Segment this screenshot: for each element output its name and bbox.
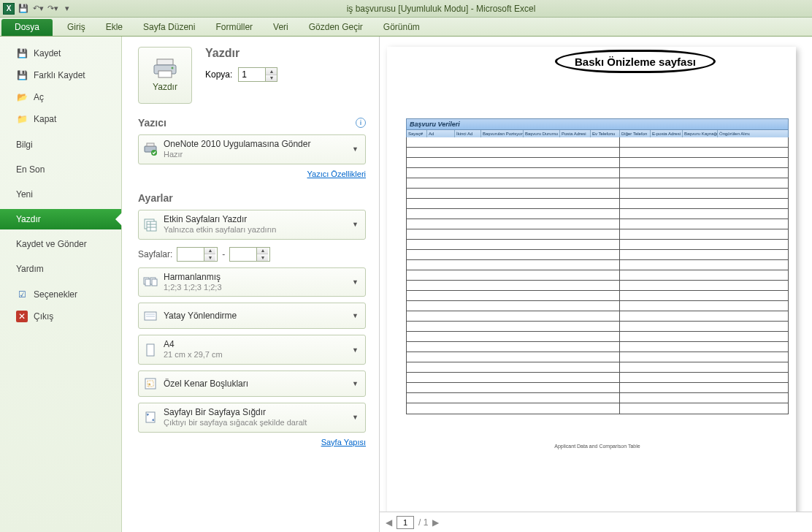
- tab-home[interactable]: Giriş: [57, 19, 96, 36]
- sidebar-item-label: Farklı Kaydet: [34, 70, 85, 80]
- collate-combo[interactable]: Harmanlanmış1;2;3 1;2;3 1;2;3 ▼: [138, 267, 366, 297]
- margins-icon: ★: [143, 376, 158, 391]
- table-row: [407, 189, 788, 199]
- sidebar-item-label: Yazdır: [16, 214, 41, 224]
- sidebar-item-recent[interactable]: En Son: [0, 159, 121, 180]
- redo-icon[interactable]: ↷▾: [47, 3, 58, 15]
- qat-customize-icon[interactable]: ▾: [61, 3, 73, 15]
- sidebar-item-label: Kaydet ve Gönder: [16, 239, 87, 249]
- table-row: [407, 250, 788, 260]
- next-page-icon[interactable]: ▶: [432, 517, 439, 528]
- sidebar-item-exit[interactable]: ✕Çıkış: [0, 305, 121, 327]
- table-row: [407, 373, 788, 383]
- quick-access-toolbar: X 💾 ↶▾ ↷▾ ▾: [3, 3, 73, 15]
- sidebar-item-close[interactable]: 📁Kapat: [0, 108, 121, 130]
- printer-status: Hazır: [164, 150, 344, 160]
- sidebar-item-label: Yardım: [16, 264, 44, 274]
- collate-icon: [143, 275, 158, 289]
- folder-open-icon: 📂: [16, 91, 28, 103]
- col-header: E-posta Adresi: [651, 130, 683, 137]
- svg-rect-13: [145, 279, 150, 286]
- sidebar-item-new[interactable]: Yeni: [0, 184, 121, 205]
- table-row: [407, 178, 788, 189]
- collate-title: Harmanlanmış: [164, 272, 344, 283]
- sidebar-item-print[interactable]: Yazdır: [0, 209, 121, 229]
- pages-from-spinner[interactable]: ▲▼: [177, 247, 218, 262]
- undo-icon[interactable]: ↶▾: [32, 3, 44, 15]
- col-header: Başvurulan Pozisyon: [481, 130, 524, 137]
- table-row: [407, 219, 788, 229]
- table-body: [406, 137, 789, 414]
- table-row: [407, 342, 788, 352]
- copies-spinner[interactable]: ▲▼: [238, 67, 277, 82]
- current-page-input[interactable]: [397, 516, 414, 529]
- sidebar-item-label: Yeni: [16, 189, 33, 200]
- table-row: [407, 383, 788, 393]
- pages-to-spinner[interactable]: ▲▼: [229, 247, 270, 262]
- sidebar-item-saveas[interactable]: 💾Farklı Kaydet: [0, 64, 121, 86]
- tab-insert[interactable]: Ekle: [96, 19, 133, 36]
- sidebar-item-options[interactable]: ☑Seçenekler: [0, 284, 121, 305]
- options-icon: ☑: [16, 289, 28, 300]
- paper-combo[interactable]: A421 cm x 29,7 cm ▼: [138, 335, 366, 365]
- tab-view[interactable]: Görünüm: [373, 19, 430, 36]
- pages-label: Sayfalar:: [138, 249, 172, 259]
- spinner-up-icon[interactable]: ▲: [204, 248, 215, 255]
- sidebar-item-open[interactable]: 📂Aç: [0, 86, 121, 108]
- sidebar-item-save-send[interactable]: Kaydet ve Gönder: [0, 234, 121, 254]
- table-row: [407, 281, 788, 291]
- page-total: / 1: [418, 517, 428, 528]
- orientation-combo[interactable]: Yatay Yönlendirme ▼: [138, 303, 366, 329]
- prev-page-icon[interactable]: ◀: [386, 517, 392, 528]
- table-row: [407, 240, 788, 250]
- excel-logo-icon[interactable]: X: [3, 3, 15, 15]
- table-row: [407, 403, 788, 414]
- tab-data[interactable]: Veri: [263, 19, 299, 36]
- printer-properties-link[interactable]: Yazıcı Özellikleri: [307, 170, 366, 178]
- table-row: [407, 209, 788, 219]
- page-setup-link[interactable]: Sayfa Yapısı: [321, 438, 366, 446]
- printer-combo[interactable]: OneNote 2010 Uygulamasına GönderHazır ▼: [138, 134, 366, 164]
- print-what-combo[interactable]: Etkin Sayfaları YazdırYalnızca etkin say…: [138, 210, 366, 240]
- scaling-combo[interactable]: Sayfayı Bir Sayfaya SığdırÇıktıyı bir sa…: [138, 403, 366, 433]
- table-header: Sayaç#Adİkinci AdBaşvurulan PozisyonBaşv…: [406, 130, 789, 137]
- copies-input[interactable]: [239, 68, 265, 81]
- chevron-down-icon: ▼: [350, 346, 361, 354]
- title-bar: X 💾 ↶▾ ↷▾ ▾ iş başvurusu [Uyumluluk Modu…: [0, 0, 812, 18]
- spinner-down-icon[interactable]: ▼: [257, 254, 268, 261]
- sidebar-item-label: Seçenekler: [34, 289, 77, 300]
- settings-heading: Ayarlar: [138, 192, 173, 204]
- pages-to-label: -: [222, 249, 225, 259]
- print-what-title: Etkin Sayfaları Yazdır: [164, 214, 344, 225]
- pages-from-input[interactable]: [177, 248, 204, 261]
- tab-page-layout[interactable]: Sayfa Düzeni: [133, 19, 205, 36]
- info-icon[interactable]: i: [356, 118, 366, 128]
- save-icon[interactable]: 💾: [18, 3, 29, 15]
- svg-text:★: ★: [148, 382, 151, 387]
- svg-rect-0: [157, 59, 173, 65]
- chevron-down-icon: ▼: [350, 414, 361, 421]
- table-row: [407, 199, 788, 209]
- col-header: İkinci Ad: [455, 130, 481, 137]
- spinner-down-icon[interactable]: ▼: [266, 75, 277, 82]
- margins-combo[interactable]: ★ Özel Kenar Boşlukları ▼: [138, 370, 366, 397]
- spinner-up-icon[interactable]: ▲: [257, 248, 268, 255]
- print-button[interactable]: Yazdır: [138, 47, 192, 104]
- preview-footnote: Applicant Data and Comparison Table: [406, 444, 789, 449]
- spinner-down-icon[interactable]: ▼: [204, 254, 215, 261]
- sidebar-item-help[interactable]: Yardım: [0, 259, 121, 279]
- tab-file[interactable]: Dosya: [1, 19, 53, 36]
- margins-title: Özel Kenar Boşlukları: [164, 379, 344, 390]
- tab-formulas[interactable]: Formüller: [205, 19, 263, 36]
- spinner-up-icon[interactable]: ▲: [266, 68, 277, 75]
- page-icon: [143, 343, 158, 357]
- sidebar-item-save[interactable]: 💾Kaydet: [0, 42, 121, 64]
- table-row: [407, 301, 788, 311]
- pages-to-input[interactable]: [230, 248, 256, 261]
- svg-rect-19: [147, 344, 154, 356]
- sidebar-item-info[interactable]: Bilgi: [0, 134, 121, 155]
- orientation-title: Yatay Yönlendirme: [164, 311, 344, 322]
- chevron-down-icon: ▼: [350, 312, 361, 319]
- tab-review[interactable]: Gözden Geçir: [299, 19, 373, 36]
- col-header: Sayaç#: [407, 130, 427, 137]
